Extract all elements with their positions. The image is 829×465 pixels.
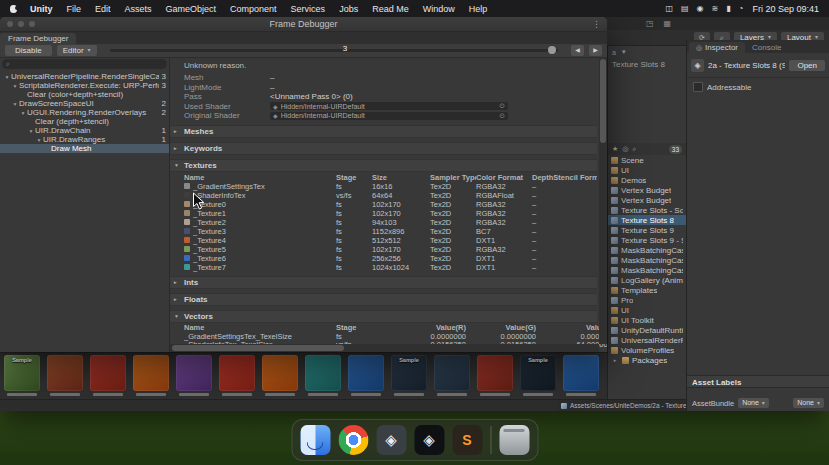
project-item[interactable]: VolumeProfiles bbox=[608, 345, 686, 355]
menu-item[interactable]: Unity bbox=[23, 4, 60, 14]
asset-thumbnail[interactable] bbox=[218, 355, 256, 396]
slider-thumb[interactable] bbox=[548, 46, 556, 54]
project-item[interactable]: Vertex Budget bbox=[608, 185, 686, 195]
project-item[interactable]: UI Toolkit bbox=[608, 315, 686, 325]
section-meshes[interactable]: ▸Meshes bbox=[170, 125, 597, 138]
menu-item[interactable]: Edit bbox=[88, 4, 118, 14]
section-vectors[interactable]: ▼Vectors bbox=[170, 310, 597, 323]
menu-item[interactable]: File bbox=[60, 4, 89, 14]
project-item[interactable]: Texture Slots - Solved bbox=[608, 205, 686, 215]
asset-labels-header[interactable]: Asset Labels bbox=[687, 375, 829, 388]
texture-row[interactable]: _ShaderInfoTexvs/fs64x64Tex2DRGBAFloat– bbox=[170, 191, 597, 200]
vertical-scrollbar[interactable] bbox=[599, 57, 607, 344]
texture-row[interactable]: _Texture6fs256x256Tex2DDXT1– bbox=[170, 254, 597, 263]
asset-thumbnail[interactable] bbox=[46, 355, 84, 396]
unity-editor-dock-icon[interactable]: ◈ bbox=[414, 425, 444, 455]
project-item[interactable]: Texture Slots 9 bbox=[608, 225, 686, 235]
menu-item[interactable]: Services bbox=[284, 4, 333, 14]
trash-dock-icon[interactable] bbox=[499, 425, 529, 455]
menu-item[interactable]: Read Me bbox=[365, 4, 416, 14]
texture-row[interactable]: _Texture3fs1152x896Tex2DBC7– bbox=[170, 227, 597, 236]
asset-thumbnail[interactable] bbox=[175, 355, 213, 396]
addressable-checkbox[interactable] bbox=[693, 82, 703, 92]
tree-item[interactable]: ▼UGUI.Rendering.RenderOverlays2 bbox=[0, 108, 169, 117]
tree-item[interactable]: ▼ScriptableRenderer.Execute: URP-Perform… bbox=[0, 81, 169, 90]
battery-icon[interactable]: ▮ bbox=[726, 4, 730, 13]
tree-item[interactable]: ▼DrawScreenSpaceUI2 bbox=[0, 99, 169, 108]
assetbundle-variant-dropdown[interactable]: None▾ bbox=[793, 398, 824, 408]
sublime-text-dock-icon[interactable]: S bbox=[452, 425, 482, 455]
project-item[interactable]: MaskBatchingCase3Sce bbox=[608, 265, 686, 275]
project-item[interactable]: UI bbox=[608, 305, 686, 315]
grid-view-icon[interactable]: ▦ bbox=[664, 19, 672, 28]
tree-item[interactable]: ▼UIR.DrawChain1 bbox=[0, 126, 169, 135]
zoom-window-icon[interactable] bbox=[29, 21, 35, 27]
open-button[interactable]: Open bbox=[789, 60, 825, 71]
frame-debugger-titlebar[interactable]: Frame Debugger ⋮ bbox=[0, 17, 607, 32]
section-textures[interactable]: ▼Textures bbox=[170, 159, 597, 172]
menu-item[interactable]: Help bbox=[462, 4, 495, 14]
asset-thumbnail[interactable]: Sample bbox=[519, 355, 557, 396]
menubar-clock[interactable]: Fri 20 Sep 09:41 bbox=[752, 4, 819, 14]
stage-manager-icon[interactable]: ◫ bbox=[665, 4, 673, 13]
do-not-disturb-icon[interactable]: ◉ bbox=[697, 4, 704, 13]
texture-row[interactable]: _Texture2fs94x103Tex2DRGBA32– bbox=[170, 218, 597, 227]
menu-item[interactable]: Jobs bbox=[332, 4, 365, 14]
search-icon[interactable]: ⌕ bbox=[632, 145, 636, 153]
section-floats[interactable]: ▸Floats bbox=[170, 293, 597, 306]
window-menu-icon[interactable]: ⋮ bbox=[592, 19, 601, 29]
project-item[interactable]: Demos bbox=[608, 175, 686, 185]
menu-item[interactable]: Component bbox=[223, 4, 284, 14]
tab-console[interactable]: Console bbox=[745, 42, 788, 53]
project-item[interactable]: Scene bbox=[608, 155, 686, 165]
filter-icon[interactable]: ◎ bbox=[622, 145, 628, 153]
menu-item[interactable]: Window bbox=[416, 4, 462, 14]
object-picker-icon[interactable]: ⊙ bbox=[499, 102, 505, 110]
section-ints[interactable]: ▸Ints bbox=[170, 276, 597, 289]
tree-item[interactable]: Draw Mesh bbox=[0, 144, 169, 153]
control-center-icon[interactable]: ◔ bbox=[739, 4, 744, 13]
texture-row[interactable]: _GradientSettingsTexfs16x16Tex2DRGBA32– bbox=[170, 182, 597, 191]
asset-thumbnail[interactable] bbox=[261, 355, 299, 396]
tree-item[interactable]: ▼UniversalRenderPipeline.RenderSingleCam… bbox=[0, 72, 169, 81]
tab-frame-debugger[interactable]: Frame Debugger bbox=[0, 33, 76, 44]
wifi-icon[interactable]: ≋ bbox=[712, 4, 719, 13]
assetbundle-dropdown[interactable]: None▾ bbox=[738, 398, 769, 408]
asset-thumbnail[interactable] bbox=[304, 355, 342, 396]
close-window-icon[interactable] bbox=[7, 21, 13, 27]
minimize-window-icon[interactable] bbox=[18, 21, 24, 27]
menu-item[interactable]: Assets bbox=[118, 4, 159, 14]
tree-item[interactable]: ▼UIR.DrawRanges1 bbox=[0, 135, 169, 144]
texture-row[interactable]: _Texture4fs512x512Tex2DDXT1– bbox=[170, 236, 597, 245]
prev-event-button[interactable]: ◀ bbox=[571, 45, 584, 56]
account-icon[interactable]: a bbox=[612, 49, 616, 56]
unity-hub-dock-icon[interactable]: ◈ bbox=[376, 425, 406, 455]
texture-row[interactable]: _Texture0fs102x170Tex2DRGBA32– bbox=[170, 200, 597, 209]
project-item[interactable]: Texture Slots 9 - Solved bbox=[608, 235, 686, 245]
project-item[interactable]: Vertex Budget bbox=[608, 195, 686, 205]
scrollbar-thumb[interactable] bbox=[172, 345, 344, 351]
shader-object-field[interactable]: ◆Hidden/Internal-UIRDefault⊙ bbox=[270, 102, 508, 110]
project-item[interactable]: UniversalRenderPipelineGlobalSet bbox=[608, 335, 686, 345]
event-slider[interactable]: 3 bbox=[110, 49, 558, 52]
window-snap-icon[interactable]: ◳ bbox=[646, 19, 654, 28]
section-keywords[interactable]: ▸Keywords bbox=[170, 142, 597, 155]
asset-thumbnail[interactable] bbox=[89, 355, 127, 396]
asset-thumbnail[interactable] bbox=[476, 355, 514, 396]
tree-item[interactable]: Clear (depth+stencil) bbox=[0, 117, 169, 126]
project-item-packages[interactable]: ▸ Packages bbox=[608, 355, 686, 365]
tree-search-input[interactable]: ⌕ bbox=[2, 59, 167, 69]
project-item[interactable]: UnityDefaultRuntimeTheme bbox=[608, 325, 686, 335]
asset-thumbnail[interactable] bbox=[132, 355, 170, 396]
scrollbar-thumb[interactable] bbox=[600, 59, 606, 143]
texture-row[interactable]: _Texture5fs102x170Tex2DRGBA32– bbox=[170, 245, 597, 254]
asset-thumbnail[interactable] bbox=[562, 355, 600, 396]
tree-item[interactable]: Clear (color+depth+stencil) bbox=[0, 90, 169, 99]
disable-button[interactable]: Disable bbox=[5, 45, 52, 56]
tab-inspector[interactable]: ◎ Inspector bbox=[689, 42, 745, 53]
vector-row[interactable]: _GradientSettingsTex_TexelSizefs0.000000… bbox=[170, 332, 597, 341]
screen-mirroring-icon[interactable]: ▤ bbox=[681, 4, 689, 13]
asset-thumbnail[interactable]: Sample bbox=[3, 355, 41, 396]
editor-dropdown[interactable]: Editor▾ bbox=[57, 45, 97, 56]
texture-row[interactable]: _Texture1fs102x170Tex2DRGBA32– bbox=[170, 209, 597, 218]
